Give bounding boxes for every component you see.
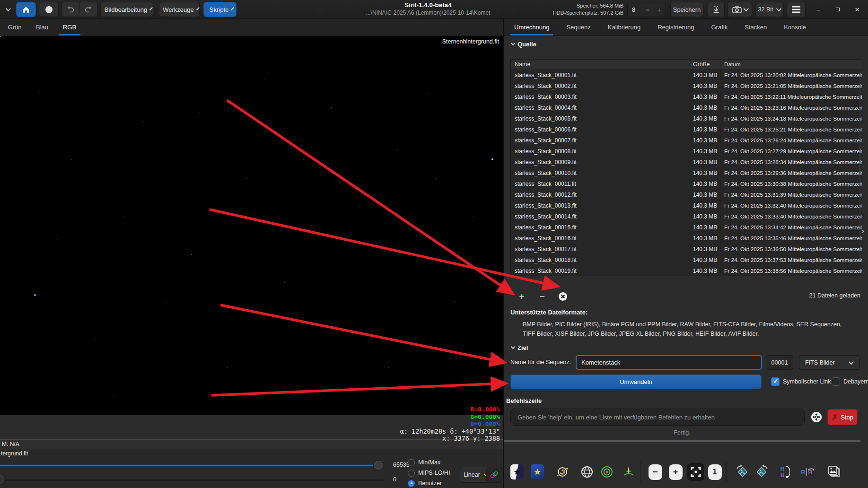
file-row[interactable]: starless_Stack_00006.fit140.3 MBFr 24. O… <box>511 124 862 135</box>
file-row[interactable]: starless_Stack_00013.fit140.3 MBFr 24. O… <box>511 200 862 211</box>
mirror-horizontal-button[interactable]: RЯ <box>798 463 815 481</box>
image-list-button[interactable] <box>825 463 842 481</box>
snapshot-camera-button[interactable] <box>728 2 752 17</box>
zoom-one-to-one-button[interactable]: 1 <box>706 463 723 481</box>
artificial-star-button[interactable] <box>620 463 637 481</box>
file-row[interactable]: starless_Stack_00003.fit140.3 MBFr 24. O… <box>511 92 862 103</box>
threads-spinner[interactable]: 8 − + <box>627 2 666 17</box>
remove-file-button[interactable]: − <box>535 289 550 304</box>
rotate-right-button[interactable] <box>753 463 770 481</box>
menu-bildbearbeitung[interactable]: Bildbearbeitung <box>100 2 153 17</box>
mirror-vertical-button[interactable]: RR <box>777 463 794 481</box>
radio-mips-lo-hi[interactable]: MIPS-LO/HI <box>408 468 450 478</box>
add-files-button[interactable]: + <box>514 289 529 304</box>
star-mask-icon: ★ <box>510 464 524 479</box>
save-button[interactable]: Speichern <box>670 2 703 17</box>
symlink-option[interactable]: Symbolischer Link <box>771 377 831 386</box>
menu-skripte[interactable]: Skripte <box>203 2 237 17</box>
file-row[interactable]: starless_Stack_00014.fit140.3 MBFr 24. O… <box>511 211 862 222</box>
clear-list-button[interactable] <box>555 289 570 304</box>
sequence-name-row: Name für die Sequenz: 00001 FITS Bilder <box>504 355 868 371</box>
tab-stacken[interactable]: Stacken <box>738 19 773 35</box>
file-row[interactable]: starless_Stack_00002.fit140.3 MBFr 24. O… <box>511 81 862 92</box>
low-cutoff-track[interactable] <box>0 479 384 481</box>
file-row[interactable]: starless_Stack_00018.fit140.3 MBFr 24. O… <box>511 255 862 266</box>
output-format-dropdown[interactable]: FITS Bilder <box>799 355 859 370</box>
symlink-checkbox[interactable] <box>771 377 780 386</box>
bit-depth-selector[interactable]: 32 Bit <box>755 2 784 17</box>
maximize-icon <box>836 8 840 11</box>
home-button[interactable] <box>16 2 36 17</box>
star-detection-button[interactable]: ★ <box>529 463 546 481</box>
file-row[interactable]: starless_Stack_00012.fit140.3 MBFr 24. O… <box>511 190 862 200</box>
high-cutoff-handle[interactable] <box>373 460 384 471</box>
redo-button[interactable] <box>79 2 97 17</box>
file-row[interactable]: starless_Stack_00016.fit140.3 MBFr 24. O… <box>511 233 862 244</box>
debayer-checkbox[interactable] <box>832 377 840 386</box>
high-cutoff-track[interactable] <box>0 465 384 466</box>
target-expander[interactable]: Ziel <box>510 344 528 351</box>
image-canvas[interactable]: Sternenhintergrund.fit <box>0 36 503 415</box>
command-list-button[interactable] <box>808 409 824 425</box>
astrometry-button[interactable] <box>579 463 596 481</box>
psf-button[interactable] <box>598 463 615 481</box>
tab-sequenz[interactable]: Sequenz <box>560 19 597 35</box>
zoom-out-button[interactable]: − <box>647 463 664 481</box>
tab-rgb[interactable]: RGB <box>56 19 83 35</box>
hamburger-menu-button[interactable] <box>787 2 806 17</box>
window-minimize-button[interactable]: – <box>809 0 828 19</box>
file-row[interactable]: starless_Stack_00011.fit140.3 MBFr 24. O… <box>511 179 862 190</box>
menu-werkzeuge[interactable]: Werkzeuge <box>159 2 200 17</box>
display-mode-dropdown[interactable]: Linear <box>460 467 490 483</box>
rotate-left-button[interactable] <box>734 463 751 481</box>
fit-to-view-button[interactable] <box>687 463 704 481</box>
file-row[interactable]: starless_Stack_00004.fit140.3 MBFr 24. O… <box>511 103 862 113</box>
threads-decrease-button[interactable]: − <box>641 6 653 14</box>
window-close-button[interactable]: ✕ <box>848 0 867 19</box>
file-row[interactable]: starless_Stack_00005.fit140.3 MBFr 24. O… <box>511 113 862 124</box>
zoom-in-button[interactable]: + <box>667 463 684 481</box>
file-row[interactable]: starless_Stack_00001.fit140.3 MBFr 24. O… <box>511 70 862 81</box>
debayer-option[interactable]: Debayern <box>832 377 868 386</box>
threads-increase-button[interactable]: + <box>654 6 666 14</box>
column-header-date[interactable]: Datum <box>720 60 862 70</box>
tab-umrechnung[interactable]: Umrechnung <box>508 19 556 35</box>
app-menu-chevron-button[interactable] <box>1 2 14 17</box>
convert-button[interactable]: Umwandeln <box>510 375 762 389</box>
window-maximize-button[interactable] <box>828 0 847 19</box>
column-header-size[interactable]: Größe <box>689 60 720 70</box>
channel-tabbar: GrünBlauRGB <box>0 19 503 36</box>
record-button[interactable] <box>39 2 59 17</box>
menu-label: Werkzeuge <box>157 6 197 13</box>
sequence-start-index[interactable]: 00001 <box>766 355 793 370</box>
file-row[interactable]: starless_Stack_00008.fit140.3 MBFr 24. O… <box>511 146 862 157</box>
sequence-name-input[interactable] <box>576 355 762 370</box>
tab-grün[interactable]: Grün <box>1 19 28 35</box>
radio-benutzer[interactable]: Benutzer <box>408 478 450 488</box>
tab-konsole[interactable]: Konsole <box>777 19 813 35</box>
file-row[interactable]: starless_Stack_00015.fit140.3 MBFr 24. O… <box>511 222 862 233</box>
tab-blau[interactable]: Blau <box>28 19 56 35</box>
radio-min-max[interactable]: Min/Max <box>408 457 450 468</box>
chevron-down-icon <box>511 41 516 45</box>
file-row[interactable]: starless_Stack_00007.fit140.3 MBFr 24. O… <box>511 135 862 146</box>
snapshot-save-button[interactable] <box>708 2 725 17</box>
file-row[interactable]: starless_Stack_00010.fit140.3 MBFr 24. O… <box>511 168 862 179</box>
file-row[interactable]: starless_Stack_00009.fit140.3 MBFr 24. O… <box>511 157 862 168</box>
tab-registrierung[interactable]: Registrierung <box>651 19 701 35</box>
channel-link-button[interactable] <box>486 467 502 483</box>
undo-button[interactable] <box>62 2 79 17</box>
star-mask-button[interactable]: ★ <box>509 463 526 481</box>
command-input[interactable] <box>510 409 805 426</box>
low-cutoff-handle[interactable] <box>0 475 5 485</box>
tab-kalibrierung[interactable]: Kalibrierung <box>601 19 647 35</box>
comet-button[interactable] <box>554 463 571 481</box>
source-expander[interactable]: Quelle <box>510 41 536 48</box>
file-row[interactable]: starless_Stack_00017.fit140.3 MBFr 24. O… <box>511 244 862 255</box>
file-row[interactable]: starless_Stack_00019.fit140.3 MBFr 24. O… <box>511 266 862 276</box>
tab-grafik[interactable]: Grafik <box>704 19 734 35</box>
panel-expand-chevron[interactable]: › <box>861 226 864 236</box>
stop-button[interactable]: ✗ Stop <box>827 409 858 425</box>
column-header-name[interactable]: Name <box>511 60 689 70</box>
pane-splitter[interactable] <box>504 440 860 442</box>
